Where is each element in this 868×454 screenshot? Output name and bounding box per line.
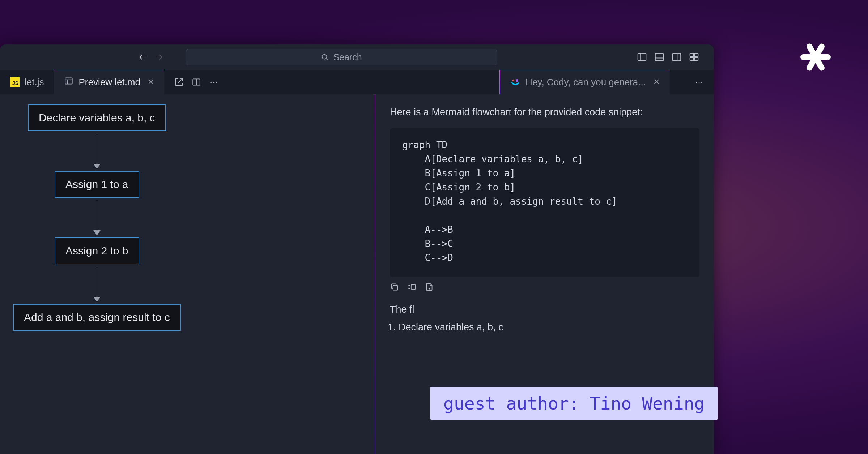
arrow-down-icon [97,134,97,168]
svg-rect-6 [655,53,664,61]
tab-letjs[interactable]: JS let.js [0,70,54,94]
chat-intro-text: Here is a Mermaid flowchart for the prov… [390,105,699,119]
svg-point-19 [512,80,514,81]
layout-grid-icon[interactable] [689,52,699,63]
arrow-down-icon [97,267,97,301]
flow-node: Assign 1 to a [55,171,139,198]
svg-rect-21 [393,286,398,290]
javascript-icon: JS [10,77,20,87]
svg-rect-20 [516,79,518,82]
tab-preview-letmd[interactable]: Preview let.md ✕ [54,70,164,94]
new-file-icon[interactable] [425,282,434,292]
tab-cody-chat[interactable]: Hey, Cody, can you genera... ✕ [500,70,670,94]
layout-bottom-icon[interactable] [654,52,665,63]
chat-ordered-list: Declare variables a, b, c [375,315,714,333]
layout-left-icon[interactable] [637,52,647,63]
close-icon[interactable]: ✕ [148,77,154,87]
tab-actions: ⋯ [164,70,229,94]
nav-forward-button[interactable] [154,52,164,62]
svg-rect-12 [690,57,694,61]
tab-label: Hey, Cody, can you genera... [526,77,646,88]
svg-rect-13 [694,57,698,61]
tab-bar: JS let.js Preview let.md ✕ ⋯ [0,70,714,94]
title-bar: Search [0,44,714,70]
tab-actions-right: ⋯ [684,70,714,94]
brand-logo-icon [797,39,834,75]
svg-rect-14 [65,78,73,84]
nav-back-button[interactable] [137,52,148,62]
preview-icon [64,76,73,88]
code-block: graph TD A[Declare variables a, b, c] B[… [390,128,699,277]
tab-label: Preview let.md [78,77,140,88]
svg-rect-8 [673,53,681,61]
flowchart: Declare variables a, b, c Assign 1 to a … [13,104,181,331]
search-placeholder: Search [333,52,362,63]
search-icon [321,53,329,61]
layout-right-icon[interactable] [671,52,682,63]
more-actions-icon[interactable]: ⋯ [209,77,218,87]
insert-icon[interactable] [407,282,417,292]
svg-point-3 [322,55,327,59]
flow-node: Declare variables a, b, c [28,104,166,131]
arrow-down-icon [97,201,97,235]
code-actions [375,277,714,297]
cody-icon [510,77,520,87]
svg-rect-22 [411,285,416,290]
list-item: Declare variables a, b, c [399,322,699,333]
preview-pane: Declare variables a, b, c Assign 1 to a … [0,94,375,454]
guest-author-badge: guest author: Tino Wening [430,387,718,420]
split-editor-icon[interactable] [192,77,201,87]
close-icon[interactable]: ✕ [653,77,660,87]
svg-rect-11 [694,53,698,57]
tab-label: let.js [25,77,44,88]
flow-node: Add a and b, assign result to c [13,304,181,331]
svg-rect-10 [690,53,694,57]
copy-icon[interactable] [390,282,399,292]
open-preview-icon[interactable] [174,77,184,87]
more-actions-icon[interactable]: ⋯ [694,77,704,87]
flow-node: Assign 2 to b [55,237,139,264]
search-input[interactable]: Search [186,49,497,65]
chat-follow-text: The fl [375,297,714,315]
svg-rect-4 [638,53,646,61]
